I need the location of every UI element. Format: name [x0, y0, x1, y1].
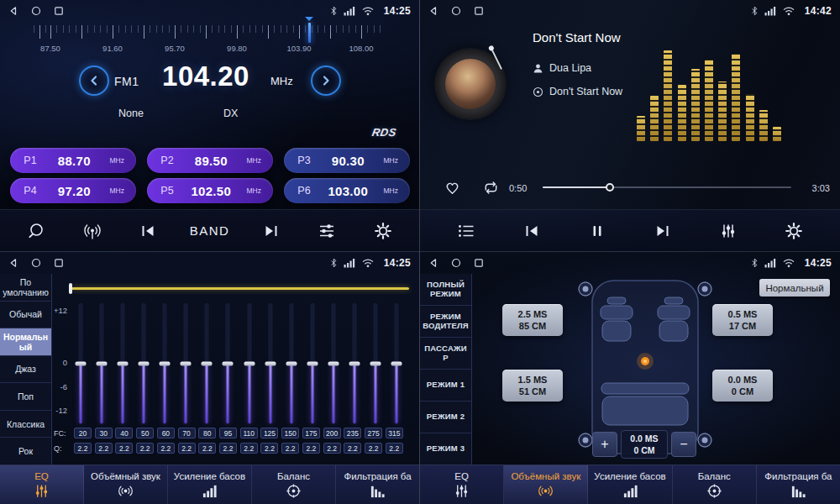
tab-surround[interactable]: Объёмный звук: [84, 465, 168, 504]
slider-knob[interactable]: [75, 362, 86, 366]
recents-icon[interactable]: [54, 6, 64, 16]
eq-preset-custom[interactable]: Обычай: [0, 302, 51, 329]
tab-filter[interactable]: Фильтрация ба: [336, 465, 419, 504]
slider-knob[interactable]: [286, 362, 297, 366]
eq-preset-default[interactable]: По умолчанию: [0, 274, 51, 302]
preset-p1[interactable]: P188.70MHz: [10, 148, 136, 173]
slider-knob[interactable]: [265, 362, 276, 366]
eq-band-slider[interactable]: [180, 304, 192, 423]
playlist-icon[interactable]: [447, 212, 486, 250]
tune-down-button[interactable]: [79, 66, 109, 96]
eq-band-slider[interactable]: [74, 304, 87, 423]
eq-band-slider[interactable]: [137, 304, 150, 423]
repeat-icon[interactable]: [480, 177, 501, 197]
next-icon[interactable]: [643, 212, 682, 250]
eq-band-slider[interactable]: [370, 304, 382, 423]
eq-band-slider[interactable]: [391, 304, 403, 423]
delay-plus-button[interactable]: +: [592, 432, 617, 457]
preset-p6[interactable]: P6103.00MHz: [284, 178, 410, 203]
slider-knob[interactable]: [160, 362, 171, 366]
preset-p3[interactable]: P390.30MHz: [284, 148, 410, 173]
recents-icon[interactable]: [474, 6, 484, 16]
slider-knob[interactable]: [138, 362, 149, 366]
eq-band-slider[interactable]: [285, 304, 297, 423]
tab-eq[interactable]: EQ: [0, 465, 84, 504]
player-progress-knob[interactable]: [606, 183, 614, 192]
mode-driver[interactable]: РЕЖИМ ВОДИТЕЛЯ: [420, 306, 471, 338]
eq-preset-classic[interactable]: Классика: [0, 411, 51, 438]
band-button[interactable]: BAND: [185, 212, 235, 250]
preset-p2[interactable]: P289.50MHz: [147, 148, 273, 173]
tab-surround[interactable]: Объёмный звук: [504, 465, 588, 504]
mode-passenger[interactable]: ПАССАЖИР: [420, 338, 471, 370]
back-icon[interactable]: [428, 258, 438, 268]
back-icon[interactable]: [428, 6, 438, 16]
slider-knob[interactable]: [117, 362, 128, 366]
eq-band-slider[interactable]: [159, 304, 171, 423]
tab-balance[interactable]: Баланс: [673, 465, 757, 504]
tab-eq[interactable]: EQ: [420, 465, 504, 504]
home-icon[interactable]: [451, 258, 461, 268]
slider-knob[interactable]: [307, 362, 318, 366]
profile-button[interactable]: Нормальный: [759, 279, 830, 297]
tune-icon[interactable]: [307, 212, 346, 250]
delay-minus-button[interactable]: −: [671, 432, 696, 457]
scan-icon[interactable]: [17, 212, 55, 250]
eq-preset-normal[interactable]: Нормальный: [0, 328, 51, 356]
slider-knob[interactable]: [244, 362, 255, 366]
eq-band-slider[interactable]: [116, 304, 129, 423]
mode-3[interactable]: РЕЖИМ 3: [420, 433, 471, 465]
home-icon[interactable]: [31, 258, 41, 268]
home-icon[interactable]: [31, 6, 41, 16]
slider-knob[interactable]: [370, 362, 381, 366]
back-icon[interactable]: [8, 258, 18, 268]
eq-band-slider[interactable]: [95, 304, 108, 423]
eq-band-slider[interactable]: [264, 304, 276, 423]
mode-full[interactable]: ПОЛНЫЙ РЕЖИМ: [420, 274, 471, 306]
recents-icon[interactable]: [474, 258, 484, 268]
slider-knob[interactable]: [391, 362, 402, 366]
mixer-icon[interactable]: [709, 212, 748, 250]
delay-front-left[interactable]: 2.5 MS85 CM: [502, 304, 563, 336]
progress-bar[interactable]: [543, 186, 791, 188]
slider-knob[interactable]: [202, 362, 213, 366]
slider-knob[interactable]: [96, 362, 107, 366]
favorite-icon[interactable]: [442, 177, 462, 197]
slider-knob[interactable]: [181, 362, 192, 366]
preset-p5[interactable]: P5102.50MHz: [147, 178, 273, 203]
back-icon[interactable]: [8, 6, 18, 16]
slider-knob[interactable]: [328, 362, 339, 366]
prev-icon[interactable]: [512, 212, 551, 250]
master-slider[interactable]: [71, 287, 409, 290]
prev-icon[interactable]: [129, 212, 167, 250]
master-slider-knob[interactable]: [69, 283, 72, 294]
eq-band-slider[interactable]: [349, 304, 361, 423]
tab-bass-boost[interactable]: Усиление басов: [588, 465, 672, 504]
delay-rear-left[interactable]: 1.5 MS51 CM: [502, 370, 563, 402]
tab-balance[interactable]: Баланс: [252, 465, 336, 504]
delay-rear-right[interactable]: 0.0 MS0 CM: [712, 370, 773, 402]
eq-band-slider[interactable]: [201, 304, 213, 423]
eq-preset-pop[interactable]: Поп: [0, 383, 51, 411]
tab-bass-boost[interactable]: Усиление басов: [168, 465, 252, 504]
eq-band-slider[interactable]: [328, 304, 340, 423]
slider-knob[interactable]: [349, 362, 360, 366]
home-icon[interactable]: [451, 6, 461, 16]
pause-icon[interactable]: [578, 212, 617, 250]
recents-icon[interactable]: [54, 258, 64, 268]
next-icon[interactable]: [252, 212, 291, 250]
tune-up-button[interactable]: [311, 66, 341, 96]
frequency-ruler[interactable]: 87.50 91.60 95.70 99.80 103.90 108.00: [34, 25, 386, 64]
settings-icon[interactable]: [774, 212, 813, 250]
eq-band-slider[interactable]: [243, 304, 255, 423]
broadcast-icon[interactable]: [73, 212, 112, 250]
mode-2[interactable]: РЕЖИМ 2: [420, 402, 471, 433]
tab-filter[interactable]: Фильтрация ба: [757, 465, 840, 504]
eq-band-slider[interactable]: [222, 304, 234, 423]
slider-knob[interactable]: [223, 362, 234, 366]
mode-1[interactable]: РЕЖИМ 1: [420, 370, 471, 402]
preset-p4[interactable]: P497.20MHz: [10, 178, 136, 203]
eq-band-slider[interactable]: [306, 304, 318, 423]
eq-preset-rock[interactable]: Рок: [0, 438, 51, 465]
delay-front-right[interactable]: 0.5 MS17 CM: [712, 304, 773, 336]
